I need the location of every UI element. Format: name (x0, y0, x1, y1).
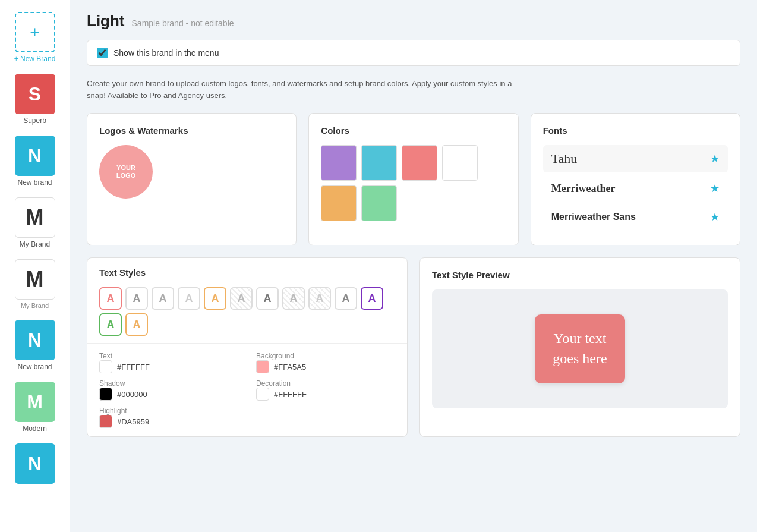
text-styles-title: Text Styles (99, 267, 395, 278)
font-name-merriweather-sans: Merriweather Sans (551, 212, 636, 222)
style-shadow-color (99, 388, 112, 401)
show-brand-bar: Show this brand in the menu (87, 40, 740, 66)
style-bg-hex: #FFA5A5 (274, 363, 306, 372)
page-subtitle: Sample brand - not editable (132, 18, 234, 28)
font-name-tahu: Tahu (551, 151, 578, 166)
text-style-badge-6[interactable]: A (256, 287, 279, 310)
colors-card: Colors (308, 113, 518, 245)
style-text-color (99, 360, 112, 373)
font-star-merriweather[interactable]: ★ (710, 182, 720, 195)
font-item-merriweather[interactable]: Merriweather ★ (543, 176, 728, 201)
sidebar-label-mybrand1: My Brand (20, 240, 50, 248)
text-style-badge-12[interactable]: A (125, 313, 148, 336)
text-style-badge-8[interactable]: A (308, 287, 331, 310)
sidebar-item-mybrand2[interactable]: M My Brand (0, 253, 70, 314)
font-item-tahu[interactable]: Tahu ★ (543, 145, 728, 172)
text-style-badge-1[interactable]: A (125, 287, 148, 310)
logo-placeholder: YOURLOGO (99, 145, 153, 199)
style-highlight-color (99, 415, 112, 428)
style-decoration-label: Decoration (256, 379, 395, 388)
sidebar-avatar-newbrand2: N (15, 320, 55, 360)
text-style-badge-3[interactable]: A (178, 287, 200, 310)
sidebar-avatar-modern: M (15, 382, 55, 422)
style-shadow-group: Shadow #000000 (99, 379, 238, 401)
text-style-badge-4[interactable]: A (204, 287, 226, 310)
text-style-badge-2[interactable]: A (152, 287, 174, 310)
style-shadow-value-row: #000000 (99, 388, 238, 401)
text-style-badge-10[interactable]: A (361, 287, 383, 310)
sidebar-label-modern: Modern (23, 424, 47, 433)
fonts-card: Fonts Tahu ★ Merriweather ★ Merriweather… (531, 113, 740, 245)
style-decoration-value-row: #FFFFFF (256, 388, 395, 401)
text-style-badge-7[interactable]: A (282, 287, 305, 310)
show-brand-label: Show this brand in the menu (113, 48, 219, 58)
sidebar-avatar-mybrand2: M (15, 259, 55, 300)
sidebar: + + New Brand S Superb N New brand M My … (0, 0, 70, 532)
text-style-preview-card: Text Style Preview Your textgoes here (419, 257, 740, 437)
sidebar-label-superb: Superb (23, 117, 46, 125)
sidebar-item-partial[interactable]: N (0, 437, 70, 491)
style-shadow-label: Shadow (99, 379, 238, 388)
sidebar-avatar-mybrand1: M (15, 197, 55, 238)
color-swatch-5[interactable] (361, 185, 397, 221)
style-bg-value-row: #FFA5A5 (256, 360, 395, 373)
fonts-title: Fonts (543, 125, 728, 136)
sidebar-avatar-superb: S (15, 74, 55, 114)
style-highlight-label: Highlight (99, 407, 238, 415)
sidebar-item-newbrand2[interactable]: N New brand (0, 314, 70, 376)
text-style-badge-0[interactable]: A (99, 287, 122, 310)
new-brand-button[interactable]: + + New Brand (0, 6, 70, 68)
logos-watermarks-card: Logos & Watermarks YOURLOGO (87, 113, 297, 245)
style-shadow-hex: #000000 (117, 390, 147, 399)
sidebar-item-superb[interactable]: S Superb (0, 68, 70, 130)
preview-text: Your textgoes here (535, 314, 624, 383)
font-star-tahu[interactable]: ★ (710, 152, 720, 165)
style-highlight-group: Highlight #DA5959 (99, 407, 238, 428)
colors-grid (321, 145, 506, 221)
font-name-merriweather: Merriweather (551, 182, 616, 195)
text-style-badge-9[interactable]: A (335, 287, 357, 310)
style-decoration-group: Decoration #FFFFFF (256, 379, 395, 401)
sidebar-label-newbrand2: New brand (17, 363, 52, 371)
style-text-label: Text (99, 352, 238, 360)
page-header: Light Sample brand - not editable (87, 12, 740, 30)
preview-area: Your textgoes here (432, 289, 728, 408)
font-item-merriweather-sans[interactable]: Merriweather Sans ★ (543, 204, 728, 229)
text-style-badge-11[interactable]: A (99, 313, 122, 336)
style-decoration-color (256, 388, 269, 401)
color-swatch-3[interactable] (442, 145, 478, 181)
style-text-value-row: #FFFFFF (99, 360, 238, 373)
logos-title: Logos & Watermarks (99, 125, 284, 136)
style-bg-color (256, 360, 269, 373)
color-swatch-4[interactable] (321, 185, 357, 221)
bottom-sections: Text Styles A A A A A A A A A A A A A (87, 257, 740, 437)
style-text-group: Text #FFFFFF (99, 352, 238, 373)
colors-title: Colors (321, 125, 506, 136)
font-star-merriweather-sans[interactable]: ★ (710, 210, 720, 223)
text-style-badge-5[interactable]: A (230, 287, 253, 310)
sidebar-label-mybrand2: My Brand (21, 302, 49, 309)
show-brand-checkbox[interactable] (97, 48, 108, 58)
sidebar-item-newbrand1[interactable]: N New brand (0, 130, 70, 191)
new-brand-label: + New Brand (14, 55, 56, 63)
new-brand-icon: + (15, 12, 55, 52)
color-swatch-2[interactable] (402, 145, 437, 181)
preview-title: Text Style Preview (432, 270, 728, 280)
color-swatch-1[interactable] (361, 145, 397, 181)
style-bg-label: Background (256, 352, 395, 360)
page-title: Light (87, 12, 125, 30)
style-highlight-value-row: #DA5959 (99, 415, 238, 428)
style-bg-group: Background #FFA5A5 (256, 352, 395, 373)
sidebar-label-newbrand1: New brand (17, 178, 52, 187)
sidebar-avatar-partial: N (15, 443, 55, 484)
sidebar-item-mybrand1[interactable]: M My Brand (0, 191, 70, 253)
text-styles-card: Text Styles A A A A A A A A A A A A A (87, 257, 408, 437)
sidebar-item-modern[interactable]: M Modern (0, 376, 70, 437)
style-details-grid: Text #FFFFFF Background #FFA5A5 (99, 352, 395, 428)
text-styles-header: Text Styles A A A A A A A A A A A A A (87, 258, 407, 343)
style-decoration-hex: #FFFFFF (274, 390, 307, 399)
main-content: Light Sample brand - not editable Show t… (70, 0, 757, 532)
description-text: Create your own brand to upload custom l… (87, 78, 526, 101)
sidebar-avatar-newbrand1: N (15, 136, 55, 176)
color-swatch-0[interactable] (321, 145, 357, 181)
